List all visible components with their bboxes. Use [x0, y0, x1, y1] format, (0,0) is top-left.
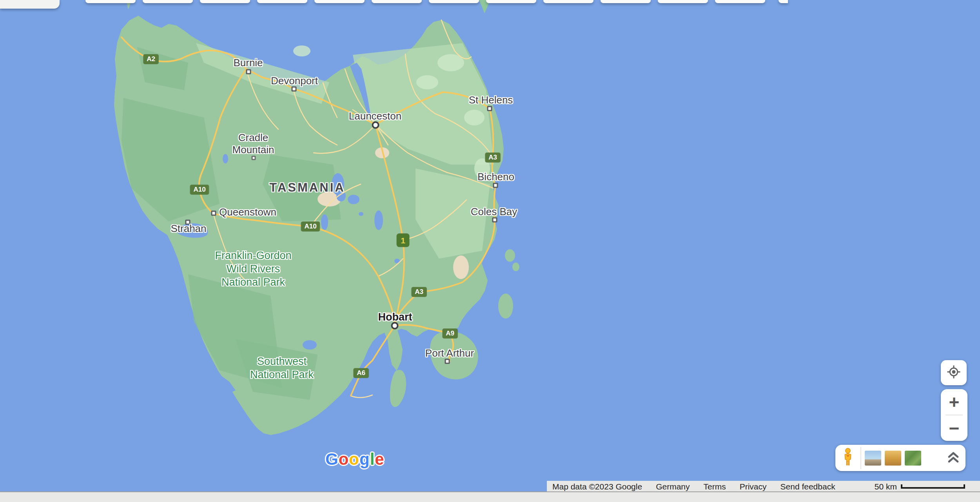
- pegman-control[interactable]: [835, 448, 860, 468]
- top-card-strip-9[interactable]: [601, 0, 651, 3]
- map-canvas[interactable]: [0, 0, 980, 502]
- attribution-privacy[interactable]: Privacy: [740, 482, 767, 491]
- town-marker-launceston: [372, 121, 379, 129]
- google-logo-letter: o: [349, 450, 359, 468]
- plus-icon: +: [949, 391, 960, 413]
- town-marker-cradle-mountain: [252, 156, 256, 160]
- attribution-map-data: Map data ©2023 Google: [552, 482, 642, 491]
- scale-bar: 50 km: [875, 482, 980, 491]
- window-bottom-strip: [0, 491, 980, 502]
- map-label-tasmania: TASMANIA: [269, 181, 345, 195]
- google-logo-letter: o: [339, 450, 349, 468]
- route-badge-a10-2: A10: [190, 185, 209, 194]
- map-label-queenstown: Queenstown: [219, 206, 276, 218]
- route-badge-a9-6: A9: [443, 329, 457, 338]
- map-label-franklin-gordon-np: Franklin-GordonWild RiversNational Park: [215, 249, 291, 289]
- google-maps-viewport: BurnieDevonportSt HelensLauncestonCradle…: [0, 0, 980, 502]
- attribution-germany[interactable]: Germany: [656, 482, 690, 491]
- zoom-control: + −: [941, 389, 967, 441]
- zoom-in-button[interactable]: +: [941, 389, 967, 415]
- double-chevron-up-icon: [947, 451, 960, 465]
- top-card-strip-6[interactable]: [429, 0, 479, 3]
- map-label-southwest-np: SouthwestNational Park: [250, 355, 314, 381]
- zoom-out-button[interactable]: −: [941, 415, 967, 441]
- map-label-burnie: Burnie: [233, 57, 263, 69]
- google-logo-watermark[interactable]: Google: [325, 450, 385, 469]
- top-card-strip-3[interactable]: [257, 0, 307, 3]
- map-label-st-helens: St Helens: [469, 94, 513, 106]
- layers-divider: [860, 447, 861, 469]
- top-card-strip-11[interactable]: [715, 0, 765, 3]
- top-card-fragment[interactable]: [779, 0, 788, 3]
- top-card-strip-8[interactable]: [543, 0, 593, 3]
- top-card-strip-5[interactable]: [372, 0, 422, 3]
- route-badge-1-4: 1: [397, 234, 409, 247]
- google-logo-letter: e: [375, 450, 384, 468]
- route-badge-a3-1: A3: [485, 153, 500, 162]
- route-badge-a6-7: A6: [354, 368, 368, 378]
- layers-bar: [835, 445, 965, 471]
- map-label-bicheno: Bicheno: [477, 171, 514, 183]
- map-label-launceston: Launceston: [349, 110, 401, 122]
- town-marker-burnie: [246, 69, 251, 74]
- map-label-devonport: Devonport: [271, 75, 318, 87]
- town-marker-bicheno: [493, 183, 498, 188]
- map-label-strahan: Strahan: [171, 223, 206, 235]
- map-label-hobart: Hobart: [378, 311, 412, 323]
- layer-thumbnail-coast[interactable]: [865, 451, 881, 466]
- town-marker-coles-bay: [492, 217, 497, 223]
- scale-ruler: [901, 484, 965, 489]
- collapse-button[interactable]: [947, 451, 960, 465]
- map-label-cradle-mountain: CradleMountain: [232, 132, 274, 156]
- route-badge-a10-3: A10: [301, 222, 319, 231]
- top-left-card[interactable]: [0, 0, 60, 9]
- google-logo-letter: g: [359, 450, 370, 468]
- top-card-strip-1[interactable]: [143, 0, 193, 3]
- scale-label: 50 km: [875, 482, 897, 491]
- map-label-coles-bay: Coles Bay: [471, 206, 517, 218]
- top-card-strip-0[interactable]: [85, 0, 136, 3]
- layer-thumbnail-aerial[interactable]: [905, 451, 921, 466]
- my-location-button[interactable]: [941, 360, 967, 385]
- attribution-terms[interactable]: Terms: [704, 482, 726, 491]
- google-logo-letter: G: [325, 450, 339, 468]
- minus-icon: −: [949, 418, 960, 439]
- top-card-strip-7[interactable]: [486, 0, 536, 3]
- town-marker-port-arthur: [445, 359, 450, 364]
- top-card-strip-4[interactable]: [314, 0, 365, 3]
- layer-thumbnail-field[interactable]: [885, 451, 901, 466]
- top-card-strip-2[interactable]: [200, 0, 250, 3]
- town-marker-queenstown: [211, 211, 216, 216]
- attribution-items: Map data ©2023 GoogleGermanyTermsPrivacy…: [552, 482, 849, 491]
- pegman-icon: [842, 448, 854, 468]
- top-card-strip-10[interactable]: [658, 0, 708, 3]
- attribution-send-feedback[interactable]: Send feedback: [780, 482, 835, 491]
- route-badge-a2-0: A2: [143, 54, 158, 64]
- town-marker-devonport: [292, 87, 297, 92]
- my-location-icon: [947, 365, 961, 381]
- town-marker-st-helens: [487, 106, 492, 111]
- attribution-bar: Map data ©2023 GoogleGermanyTermsPrivacy…: [547, 481, 980, 492]
- route-badge-a3-5: A3: [412, 287, 426, 297]
- google-logo-letter: l: [370, 450, 375, 468]
- map-label-port-arthur: Port Arthur: [425, 347, 474, 359]
